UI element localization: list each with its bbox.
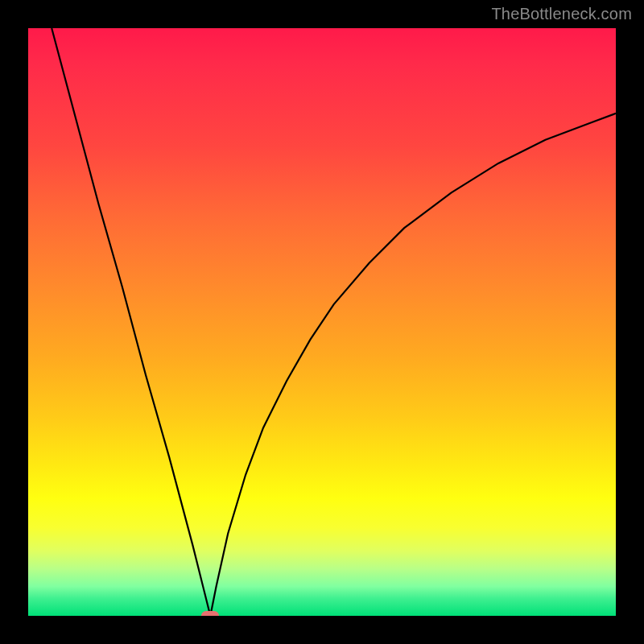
curve-right-branch — [210, 114, 616, 616]
curve-left-branch — [52, 28, 210, 616]
plot-area — [28, 28, 616, 616]
chart-container: TheBottleneck.com — [0, 0, 644, 644]
curve-svg — [28, 28, 616, 616]
watermark-text: TheBottleneck.com — [491, 5, 632, 23]
minimum-marker — [201, 611, 219, 616]
